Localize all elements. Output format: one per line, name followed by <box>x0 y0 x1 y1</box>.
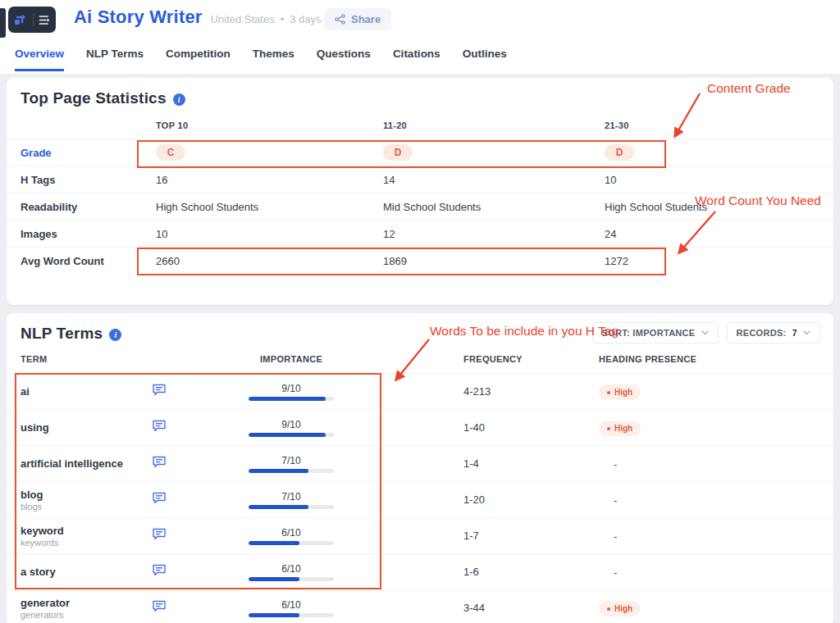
term-name: ai <box>21 385 152 398</box>
stats-row: Images101224 <box>7 220 833 247</box>
tab-bar: OverviewNLP TermsCompetitionThemesQuesti… <box>15 48 507 71</box>
heading-presence-label: High <box>614 604 632 613</box>
importance-bar <box>249 541 334 545</box>
nlp-col-heading-presence: HEADING PRESENCE <box>529 354 833 364</box>
importance-bar <box>249 613 334 617</box>
frequency-cell: 1-40 <box>386 421 529 434</box>
stats-value-cell: High School Students <box>135 201 363 213</box>
term-actions-cell <box>152 383 197 400</box>
nlp-table-header: TERM IMPORTANCE FREQUENCY HEADING PRESEN… <box>7 345 833 373</box>
importance-bar <box>249 397 334 401</box>
importance-bar <box>249 469 334 473</box>
stats-row-label: Grade <box>21 147 135 159</box>
stats-col-top10: TOP 10 <box>135 121 363 130</box>
term-name: artificial intelligence <box>21 457 152 470</box>
heading-presence-cell: - <box>529 493 833 507</box>
app-logo[interactable] <box>8 7 56 33</box>
frequency-cell: 1-7 <box>386 530 529 542</box>
importance-cell: 7/10 <box>197 491 386 509</box>
tab-outlines[interactable]: Outlines <box>463 48 507 71</box>
report-meta: United States • 3 days ago <box>211 13 342 25</box>
heading-presence-cell: - <box>529 565 833 580</box>
heading-presence-cell: - <box>529 457 833 471</box>
importance-score: 7/10 <box>281 491 300 502</box>
stats-value-cell: 2660 <box>135 255 363 267</box>
comment-icon[interactable] <box>152 383 167 397</box>
comment-icon[interactable] <box>152 491 167 505</box>
top-page-statistics-card: Top Page Statistics i TOP 10 11-20 21-30… <box>7 78 833 305</box>
tab-questions[interactable]: Questions <box>317 48 371 71</box>
nlp-info-icon[interactable]: i <box>109 329 121 341</box>
comment-icon[interactable] <box>152 527 167 541</box>
nlp-section-title: NLP Terms <box>21 325 103 343</box>
grade-badge: D <box>605 144 634 161</box>
stats-value-cell: 24 <box>584 228 833 240</box>
importance-bar <box>249 433 334 437</box>
comment-icon[interactable] <box>152 599 167 613</box>
chevron-down-icon <box>803 330 810 335</box>
importance-cell: 7/10 <box>197 455 386 473</box>
stats-value-cell: 1869 <box>363 255 584 267</box>
tab-citations[interactable]: Citations <box>393 48 441 71</box>
importance-bar-fill <box>249 397 326 401</box>
nlp-term-row: a story6/101-6- <box>7 553 833 589</box>
stats-value-cell: C <box>135 144 363 161</box>
importance-score: 6/10 <box>281 599 300 611</box>
importance-cell: 9/10 <box>197 383 386 401</box>
stats-value-cell: D <box>584 144 833 161</box>
stats-info-icon[interactable]: i <box>173 93 185 106</box>
tab-competition[interactable]: Competition <box>166 48 231 71</box>
comment-icon[interactable] <box>152 455 167 469</box>
term-cell: a story <box>21 566 152 578</box>
heading-presence-cell: High <box>529 599 833 617</box>
stats-value-cell: 14 <box>363 174 584 186</box>
stats-section-title: Top Page Statistics <box>21 89 167 107</box>
heading-presence-dash: - <box>599 494 617 507</box>
word-count-annotation: Word Count You Need <box>695 193 821 208</box>
term-name: using <box>21 421 152 434</box>
stats-row: GradeCDD <box>7 139 833 166</box>
h-tag-annotation: Words To be include in you H Tag <box>430 324 619 339</box>
term-cell: artificial intelligence <box>21 457 152 470</box>
share-button[interactable]: Share <box>324 8 391 30</box>
tab-nlp-terms[interactable]: NLP Terms <box>86 48 144 71</box>
heading-presence-cell: High <box>529 383 833 401</box>
logo-divider <box>33 13 34 26</box>
frequency-cell: 1-6 <box>386 566 529 578</box>
high-dot-icon <box>607 607 610 611</box>
stats-col-11-20: 11-20 <box>363 121 584 130</box>
term-name: a story <box>21 566 152 578</box>
comment-icon[interactable] <box>152 563 167 577</box>
importance-cell: 6/10 <box>197 563 386 581</box>
stats-value-cell: 10 <box>584 174 833 186</box>
chevron-down-icon <box>701 330 709 335</box>
stats-value-cell: Mid School Students <box>363 201 584 213</box>
stats-value-cell: 16 <box>135 174 363 186</box>
importance-score: 6/10 <box>281 563 300 575</box>
tab-themes[interactable]: Themes <box>253 48 294 71</box>
heading-presence-cell: - <box>529 529 833 543</box>
nlp-term-row: blogblogs7/101-20- <box>7 481 833 517</box>
comment-icon[interactable] <box>152 419 167 433</box>
heading-presence-dash: - <box>599 530 617 543</box>
term-actions-cell <box>152 455 197 472</box>
importance-cell: 6/10 <box>197 599 386 617</box>
collapse-menu-icon <box>39 15 51 25</box>
term-name: keyword <box>21 525 152 537</box>
heading-presence-cell: High <box>529 419 833 437</box>
share-icon <box>335 14 345 25</box>
stats-value-cell: 1272 <box>584 255 833 267</box>
meta-separator: • <box>281 13 285 25</box>
term-variant: keywords <box>21 538 152 548</box>
importance-bar <box>249 577 334 581</box>
tab-overview[interactable]: Overview <box>15 48 64 71</box>
records-dropdown-label: RECORDS: <box>737 328 787 338</box>
heading-presence-badge: High <box>599 421 641 436</box>
records-dropdown[interactable]: RECORDS: 7 <box>727 322 821 343</box>
term-cell: generatorgenerators <box>21 597 152 620</box>
nlp-term-row: generatorgenerators6/103-44High <box>7 589 833 623</box>
share-button-label: Share <box>351 13 381 25</box>
nlp-col-term: TERM <box>21 354 152 364</box>
term-cell: keywordkeywords <box>21 525 152 548</box>
stats-row-label: Readability <box>21 201 135 213</box>
